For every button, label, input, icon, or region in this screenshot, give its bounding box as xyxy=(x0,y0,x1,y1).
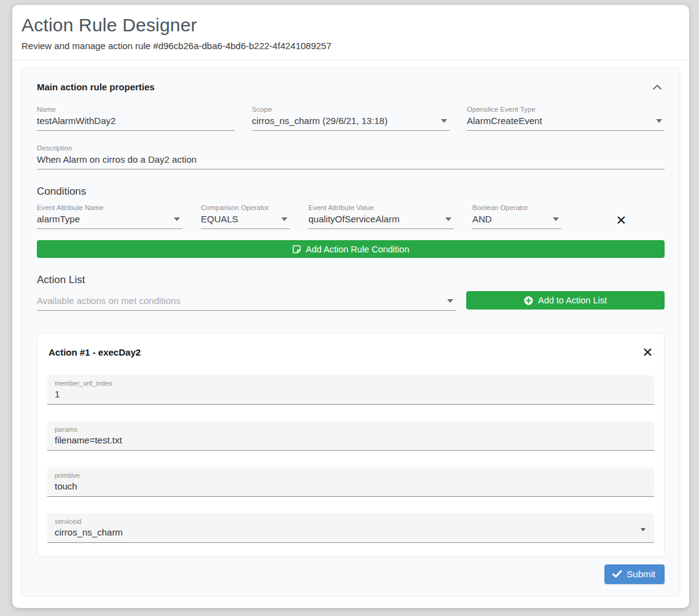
page-header: Action Rule Designer Review and manage a… xyxy=(12,5,689,60)
comparison-operator-value: EQUALS xyxy=(201,214,290,224)
submit-button-label: Submit xyxy=(627,569,655,579)
name-field[interactable]: Name testAlarmWithDay2 xyxy=(37,106,235,131)
page-subtitle: Review and manage action rule #d96cb26a-… xyxy=(21,41,680,51)
primitive-field[interactable]: primitive touch xyxy=(47,467,654,497)
event-attribute-value-value: qualityOfServiceAlarm xyxy=(308,214,454,224)
comparison-operator-select[interactable]: Comparison Operator EQUALS xyxy=(201,204,290,229)
description-field[interactable]: Description When Alarm on cirros do a Da… xyxy=(37,144,665,170)
dropdown-arrow-icon[interactable] xyxy=(447,299,453,303)
dropdown-arrow-icon[interactable] xyxy=(445,217,451,221)
description-label: Description xyxy=(37,144,665,152)
event-attribute-value-select[interactable]: Event Attribute Value qualityOfServiceAl… xyxy=(308,204,454,229)
add-to-action-list-button-label: Add to Action List xyxy=(538,295,607,305)
boolean-operator-select[interactable]: Boolean Operator AND xyxy=(472,204,561,229)
comparison-operator-label: Comparison Operator xyxy=(201,204,290,211)
serviceid-value: cirros_ns_charm xyxy=(55,527,647,537)
boolean-operator-value: AND xyxy=(472,214,561,224)
member-vnf-index-field[interactable]: member_vnf_index 1 xyxy=(47,375,654,405)
dropdown-arrow-icon[interactable] xyxy=(656,119,662,123)
main-rule-card: Main action rule properties Name testAla… xyxy=(21,68,680,596)
dropdown-arrow-icon[interactable] xyxy=(641,528,646,531)
name-value: testAlarmWithDay2 xyxy=(37,115,235,126)
description-value: When Alarm on cirros do a Day2 action xyxy=(37,154,665,165)
plus-circle-icon xyxy=(524,296,533,305)
submit-button[interactable]: Submit xyxy=(604,564,665,584)
available-actions-select[interactable]: Available actions on met conditions xyxy=(37,295,456,311)
params-label: params xyxy=(55,426,647,433)
name-label: Name xyxy=(37,106,235,113)
remove-condition-button[interactable]: ✕ xyxy=(615,214,627,227)
event-type-select[interactable]: Openslice Event Type AlarmCreateEvent xyxy=(467,106,665,131)
params-field[interactable]: params filename=test.txt xyxy=(47,421,654,451)
condition-row: Event Attribute Name alarmType Compariso… xyxy=(37,204,665,229)
event-type-value: AlarmCreateEvent xyxy=(467,115,665,126)
event-attribute-value-label: Event Attribute Value xyxy=(308,204,454,211)
page-title: Action Rule Designer xyxy=(21,15,680,36)
add-to-action-list-button[interactable]: Add to Action List xyxy=(466,291,665,310)
primitive-label: primitive xyxy=(55,472,647,479)
primitive-value: touch xyxy=(55,481,647,491)
params-value: filename=test.txt xyxy=(55,435,647,445)
boolean-operator-label: Boolean Operator xyxy=(472,204,561,211)
note-add-icon xyxy=(292,245,301,254)
scope-value: cirros_ns_charm (29/6/21, 13:18) xyxy=(252,115,450,126)
dropdown-arrow-icon[interactable] xyxy=(174,217,180,221)
action-list-heading: Action List xyxy=(37,274,665,286)
event-attribute-name-select[interactable]: Event Attribute Name alarmType xyxy=(37,204,182,229)
add-condition-button-label: Add Action Rule Condition xyxy=(306,244,409,254)
action-card-title: Action #1 - execDay2 xyxy=(49,347,141,357)
event-attribute-name-label: Event Attribute Name xyxy=(37,204,182,211)
collapse-chevron-up-icon[interactable] xyxy=(650,83,665,92)
check-icon xyxy=(612,570,622,578)
member-vnf-index-value: 1 xyxy=(55,389,647,399)
page-card: Action Rule Designer Review and manage a… xyxy=(12,5,689,608)
add-condition-button[interactable]: Add Action Rule Condition xyxy=(37,240,665,258)
scope-label: Scope xyxy=(252,106,450,113)
event-attribute-name-value: alarmType xyxy=(37,214,182,224)
dropdown-arrow-icon[interactable] xyxy=(281,217,287,221)
available-actions-placeholder: Available actions on met conditions xyxy=(37,295,456,306)
action-card: Action #1 - execDay2 ✕ member_vnf_index … xyxy=(37,333,665,557)
scope-select[interactable]: Scope cirros_ns_charm (29/6/21, 13:18) xyxy=(252,106,450,131)
event-type-label: Openslice Event Type xyxy=(467,106,665,113)
serviceid-label: serviceid xyxy=(55,518,647,525)
main-card-title: Main action rule properties xyxy=(37,82,155,92)
serviceid-select[interactable]: serviceid cirros_ns_charm xyxy=(47,513,654,543)
dropdown-arrow-icon[interactable] xyxy=(553,217,559,221)
dropdown-arrow-icon[interactable] xyxy=(441,119,447,123)
conditions-heading: Conditions xyxy=(37,185,665,198)
remove-action-button[interactable]: ✕ xyxy=(642,346,653,359)
member-vnf-index-label: member_vnf_index xyxy=(55,380,647,387)
